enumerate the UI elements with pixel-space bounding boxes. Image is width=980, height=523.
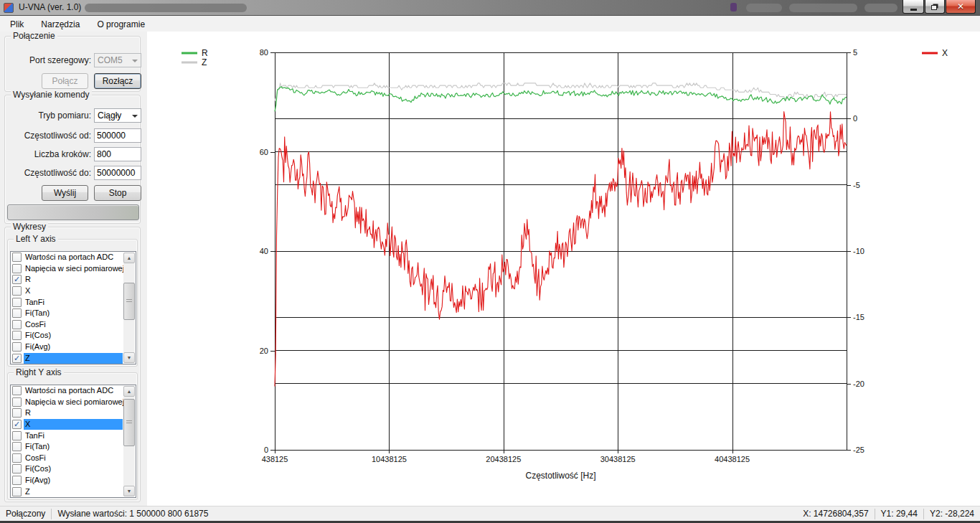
scrollbar-thumb[interactable] <box>123 399 135 446</box>
item-checkbox[interactable] <box>12 487 22 496</box>
item-checkbox[interactable] <box>12 331 22 340</box>
left-y-axis-group: Left Y axis Wartości na portach ADCNapię… <box>7 239 138 367</box>
item-checkbox[interactable] <box>12 397 22 407</box>
item-label: Wartości na portach ADC <box>24 252 123 263</box>
chart-area: 4381251043812520438125304381254043812580… <box>147 32 980 506</box>
axis-list-item[interactable]: CosFi <box>11 453 136 464</box>
item-label: Fi(Cos) <box>24 330 123 341</box>
scrollbar[interactable]: ▲ ▼ <box>123 386 135 496</box>
measure-mode-combo[interactable]: Ciągły <box>94 108 141 123</box>
window-title: U-VNA (ver. 1.0) <box>19 2 81 12</box>
minimize-button[interactable] <box>903 0 924 14</box>
serial-port-combo[interactable]: COM5 <box>94 53 141 67</box>
redacted-title-text <box>746 4 782 12</box>
item-checkbox[interactable] <box>12 308 22 318</box>
item-label: CosFi <box>24 319 123 330</box>
charts-group: Wykresy Left Y axis Wartości na portach … <box>4 227 141 502</box>
item-checkbox[interactable]: ✓ <box>12 354 22 363</box>
menu-narzedzia[interactable]: Narzędzia <box>34 17 87 32</box>
minimize-icon <box>910 9 917 11</box>
send-button[interactable]: Wyślij <box>42 185 88 201</box>
connection-group: Połączenie Port szeregowy: COM5 Połącz R… <box>4 36 141 92</box>
axis-list-item[interactable]: ✓Z <box>11 352 136 364</box>
status-cursor-readout: X: 14726804,357 Y1: 29,44 Y2: -28,224 <box>803 509 974 519</box>
redacted-title-text <box>864 4 897 12</box>
left-panel: Połączenie Port szeregowy: COM5 Połącz R… <box>0 32 147 506</box>
right-axis-listbox[interactable]: Wartości na portach ADCNapięcia w sieci … <box>10 385 136 498</box>
axis-list-item[interactable]: Fi(Tan) <box>11 441 136 453</box>
x-axis-title: Częstotliwość [Hz] <box>525 471 595 481</box>
y-left-tick-label: 60 <box>260 148 268 156</box>
axis-list-item[interactable]: ✓R <box>11 274 136 286</box>
scroll-up-icon[interactable]: ▲ <box>123 386 135 397</box>
axis-list-item[interactable]: Wartości na portach ADC <box>11 385 136 397</box>
app-icon <box>4 3 14 13</box>
y-right-tick-label: 5 <box>853 48 857 57</box>
item-checkbox[interactable] <box>12 320 22 329</box>
item-checkbox[interactable] <box>12 298 22 307</box>
item-label: Fi(Tan) <box>24 441 123 452</box>
x-tick-label: 10438125 <box>372 455 407 463</box>
stop-button[interactable]: Stop <box>94 185 141 201</box>
titlebar: U-VNA (ver. 1.0) ✕ <box>0 0 980 16</box>
status-connection: Połączony <box>6 509 45 519</box>
axis-list-item[interactable]: Wartości na portach ADC <box>11 252 136 263</box>
left-axis-listbox[interactable]: Wartości na portach ADCNapięcia w sieci … <box>10 251 136 364</box>
y-right-tick-label: -15 <box>853 313 864 321</box>
item-label: Fi(Avg) <box>24 341 123 352</box>
item-checkbox[interactable] <box>12 408 22 418</box>
connect-button[interactable]: Połącz <box>42 73 88 89</box>
item-label: Napięcia w sieci pomiarowej <box>24 263 126 274</box>
scroll-up-icon[interactable]: ▲ <box>123 253 135 263</box>
y-left-tick-label: 20 <box>260 347 268 355</box>
item-checkbox[interactable] <box>12 286 22 296</box>
scrollbar[interactable]: ▲ ▼ <box>123 253 135 363</box>
axis-list-item[interactable]: ✓X <box>11 419 136 430</box>
item-checkbox[interactable] <box>12 453 22 463</box>
item-checkbox[interactable] <box>12 264 22 273</box>
close-button[interactable]: ✕ <box>946 0 976 14</box>
item-checkbox[interactable] <box>12 442 22 451</box>
item-checkbox[interactable]: ✓ <box>12 275 22 284</box>
item-checkbox[interactable] <box>12 476 22 485</box>
axis-list-item[interactable]: X <box>11 286 136 297</box>
scroll-down-icon[interactable]: ▼ <box>123 352 135 363</box>
axis-list-item[interactable]: R <box>11 407 136 419</box>
freq-to-input[interactable] <box>94 166 141 180</box>
axis-list-item[interactable]: Fi(Avg) <box>11 475 136 486</box>
item-checkbox[interactable] <box>12 464 22 473</box>
menu-o-programie[interactable]: O programie <box>90 17 152 32</box>
chart-plot-area[interactable] <box>275 52 847 450</box>
scrollbar-thumb[interactable] <box>123 283 135 320</box>
restore-button[interactable] <box>925 0 945 14</box>
axis-list-item[interactable]: Fi(Cos) <box>11 463 136 475</box>
item-checkbox[interactable] <box>12 431 22 440</box>
axis-list-item[interactable]: Fi(Cos) <box>11 330 136 341</box>
freq-from-input[interactable] <box>94 128 141 143</box>
close-icon: ✕ <box>957 2 964 11</box>
axis-list-item[interactable]: TanFi <box>11 430 136 441</box>
axis-list-item[interactable]: Fi(Avg) <box>11 341 136 353</box>
item-label: Napięcia w sieci pomiarowej <box>24 397 126 407</box>
axis-list-item[interactable]: TanFi <box>11 296 136 308</box>
item-label: Z <box>24 486 123 497</box>
measure-mode-label: Tryb pomiaru: <box>5 110 91 121</box>
axis-list-item[interactable]: Napięcia w sieci pomiarowej <box>11 263 136 275</box>
menubar: Plik Narzędzia O programie <box>0 17 980 32</box>
y-left-tick-label: 40 <box>260 247 268 255</box>
axis-list-item[interactable]: Fi(Tan) <box>11 308 136 319</box>
item-label: Z <box>24 353 123 364</box>
item-checkbox[interactable] <box>12 342 22 352</box>
menu-plik[interactable]: Plik <box>3 17 31 32</box>
item-checkbox[interactable] <box>12 253 22 262</box>
item-checkbox[interactable]: ✓ <box>12 420 22 429</box>
disconnect-button[interactable]: Rozłącz <box>94 73 141 89</box>
item-label: Fi(Tan) <box>24 308 123 319</box>
item-checkbox[interactable] <box>12 386 22 395</box>
status-cursor-y2: Y2: -28,224 <box>930 509 974 519</box>
scroll-down-icon[interactable]: ▼ <box>123 486 135 496</box>
steps-input[interactable] <box>94 147 141 161</box>
axis-list-item[interactable]: Z <box>11 486 136 497</box>
axis-list-item[interactable]: Napięcia w sieci pomiarowej <box>11 397 136 408</box>
axis-list-item[interactable]: CosFi <box>11 319 136 331</box>
